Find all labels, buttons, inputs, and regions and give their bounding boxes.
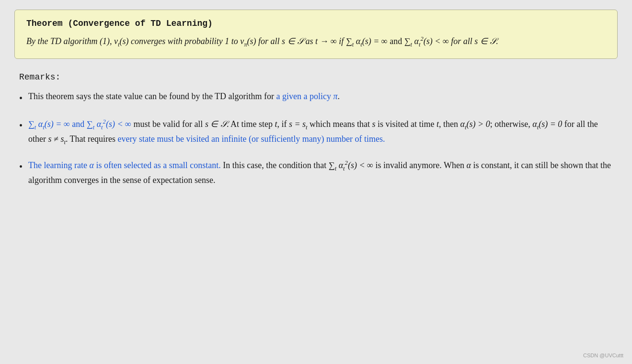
bullet-dot-1: • [19,91,23,106]
remarks-title: Remarks: [19,72,613,82]
bullet-item-2: • ∑t αt(s) = ∞ and ∑t αt2(s) < ∞ must be… [19,117,613,148]
bullet-item-1: • This theorem says the state value can … [19,90,613,106]
remarks-section: Remarks: • This theorem says the state v… [14,72,618,188]
theorem-title: Theorem (Convergence of TD Learning) [26,19,606,28]
theorem-box: Theorem (Convergence of TD Learning) By … [14,10,618,59]
bullet-list: • This theorem says the state value can … [19,90,613,188]
bullet-text-2: ∑t αt(s) = ∞ and ∑t αt2(s) < ∞ must be v… [28,117,613,148]
bullet-dot-2: • [19,118,23,134]
blue-text-2: every state must be visited an infinite … [118,134,385,144]
blue-text-3a: The learning rate α is often selected as… [28,160,221,170]
bullet-text-3: The learning rate α is often selected as… [28,158,613,188]
page: Theorem (Convergence of TD Learning) By … [14,10,618,198]
and-connector: and [72,119,87,129]
bullet-text-1: This theorem says the state value can be… [28,90,613,104]
blue-text-1: a given a policy π [276,91,338,101]
math-blue-2b: ∑t αt2(s) < ∞ [87,119,131,129]
bullet-item-3: • The learning rate α is often selected … [19,158,613,188]
bullet-dot-3: • [19,159,23,175]
watermark: CSDN @UVCuttt [583,353,623,358]
theorem-body: By the TD algorithm (1), vt(s) converges… [26,34,606,50]
math-blue-2: ∑t αt(s) = ∞ [28,119,70,129]
